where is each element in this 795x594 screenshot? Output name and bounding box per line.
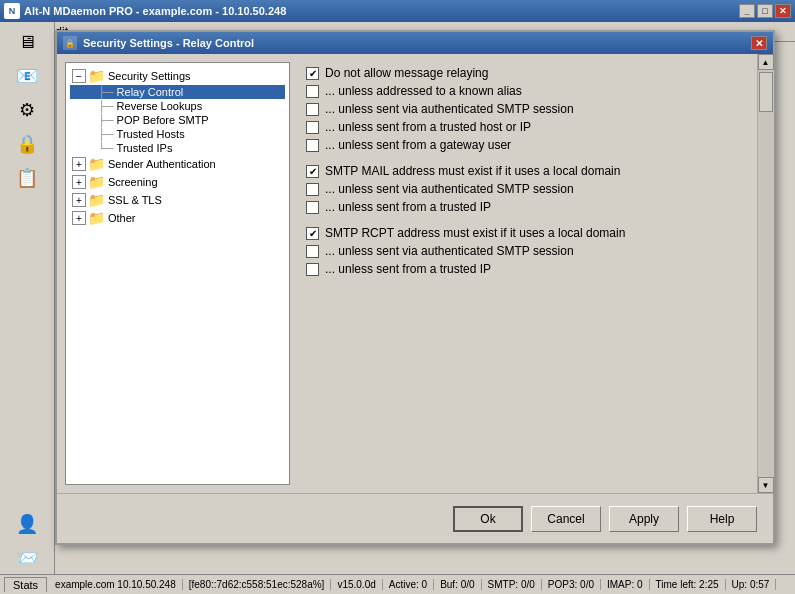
scroll-thumb[interactable] <box>759 72 773 112</box>
label-trusted-host-ip: ... unless sent from a trusted host or I… <box>325 120 531 134</box>
label-smtp-mail-local: SMTP MAIL address must exist if it uses … <box>325 164 620 178</box>
checkbox-gateway-user[interactable] <box>306 139 319 152</box>
tree-item-trusted-hosts[interactable]: ├─ Trusted Hosts <box>70 127 285 141</box>
dialog-close-button[interactable]: ✕ <box>751 36 767 50</box>
main-window: N Alt-N MDaemon PRO - example.com - 10.1… <box>0 0 795 594</box>
scroll-down-button[interactable]: ▼ <box>758 477 774 493</box>
help-button[interactable]: Help <box>687 506 757 532</box>
checkbox-group-3: ✔ SMTP RCPT address must exist if it use… <box>306 226 757 276</box>
tree-panel: − 📁 Security Settings ├─ Relay Control ├… <box>65 62 290 485</box>
status-pop3: POP3: 0/0 <box>542 579 601 590</box>
tree-label-sender-auth: Sender Authentication <box>108 158 216 170</box>
stats-tab[interactable]: Stats <box>4 577 47 592</box>
tree-item-pop-before-smtp[interactable]: ├─ POP Before SMTP <box>70 113 285 127</box>
checkbox-smtp-mail-local[interactable]: ✔ <box>306 165 319 178</box>
checkbox-smtp-rcpt-local[interactable]: ✔ <box>306 227 319 240</box>
status-bar: Stats example.com 10.10.50.248 [fe80::7d… <box>0 574 795 594</box>
status-active: Active: 0 <box>383 579 434 590</box>
checkbox-trusted-ip-3[interactable] <box>306 263 319 276</box>
app-icon: N <box>4 3 20 19</box>
checkbox-row-auth-smtp-3: ... unless sent via authenticated SMTP s… <box>306 244 757 258</box>
tree-label-trusted-hosts: Trusted Hosts <box>117 128 185 140</box>
status-smtp: SMTP: 0/0 <box>482 579 542 590</box>
checkbox-row-trusted-host-ip: ... unless sent from a trusted host or I… <box>306 120 757 134</box>
ssl-tls-expander[interactable]: + <box>72 193 86 207</box>
dialog-content: − 📁 Security Settings ├─ Relay Control ├… <box>57 54 773 493</box>
minimize-button[interactable]: _ <box>739 4 755 18</box>
scrollbar: ▲ ▼ <box>757 54 773 493</box>
tree-label-relay-control: Relay Control <box>117 86 184 98</box>
other-expander[interactable]: + <box>72 211 86 225</box>
checkbox-known-alias[interactable] <box>306 85 319 98</box>
close-button[interactable]: ✕ <box>775 4 791 18</box>
sidebar-icon-3[interactable]: ⚙ <box>11 94 43 126</box>
checkbox-auth-smtp-1[interactable] <box>306 103 319 116</box>
sidebar-icon-5[interactable]: 📋 <box>11 162 43 194</box>
label-auth-smtp-3: ... unless sent via authenticated SMTP s… <box>325 244 574 258</box>
sender-auth-expander[interactable]: + <box>72 157 86 171</box>
sidebar-icon-1[interactable]: 🖥 <box>11 26 43 58</box>
checkbox-trusted-ip-2[interactable] <box>306 201 319 214</box>
sidebar-icon-4[interactable]: 🔒 <box>11 128 43 160</box>
status-hash: [fe80::7d62:c558:51ec:528a%] <box>183 579 332 590</box>
tree-item-ssl-tls[interactable]: + 📁 SSL & TLS <box>70 191 285 209</box>
dialog-icon: 🔒 <box>63 36 77 50</box>
tree-root-item[interactable]: − 📁 Security Settings <box>70 67 285 85</box>
sidebar-icon-2[interactable]: 📧 <box>11 60 43 92</box>
apply-button[interactable]: Apply <box>609 506 679 532</box>
root-expander[interactable]: − <box>72 69 86 83</box>
tree-item-screening[interactable]: + 📁 Screening <box>70 173 285 191</box>
tree-label-pop-before-smtp: POP Before SMTP <box>117 114 209 126</box>
checkbox-group-1: ✔ Do not allow message relaying ... unle… <box>306 66 757 152</box>
tree-item-other[interactable]: + 📁 Other <box>70 209 285 227</box>
checkbox-row-auth-smtp-1: ... unless sent via authenticated SMTP s… <box>306 102 757 116</box>
checkbox-auth-smtp-3[interactable] <box>306 245 319 258</box>
status-imap: IMAP: 0 <box>601 579 650 590</box>
checkbox-row-no-relay: ✔ Do not allow message relaying <box>306 66 757 80</box>
label-auth-smtp-1: ... unless sent via authenticated SMTP s… <box>325 102 574 116</box>
dialog-buttons: Ok Cancel Apply Help <box>57 493 773 543</box>
label-trusted-ip-3: ... unless sent from a trusted IP <box>325 262 491 276</box>
label-gateway-user: ... unless sent from a gateway user <box>325 138 511 152</box>
checkbox-row-trusted-ip-3: ... unless sent from a trusted IP <box>306 262 757 276</box>
title-bar-buttons: _ □ ✕ <box>739 4 791 18</box>
maximize-button[interactable]: □ <box>757 4 773 18</box>
tree-label-trusted-ips: Trusted IPs <box>117 142 173 154</box>
cancel-button[interactable]: Cancel <box>531 506 601 532</box>
checkbox-row-known-alias: ... unless addressed to a known alias <box>306 84 757 98</box>
scroll-up-button[interactable]: ▲ <box>758 54 774 70</box>
tree-root-label: Security Settings <box>108 70 191 82</box>
right-panel: ✔ Do not allow message relaying ... unle… <box>298 62 765 485</box>
checkbox-auth-smtp-2[interactable] <box>306 183 319 196</box>
tree-label-ssl-tls: SSL & TLS <box>108 194 162 206</box>
status-timeleft: Time left: 2:25 <box>650 579 726 590</box>
status-buf: Buf: 0/0 <box>434 579 481 590</box>
tree-label-other: Other <box>108 212 136 224</box>
security-settings-dialog: 🔒 Security Settings - Relay Control ✕ − … <box>55 30 775 545</box>
tree-label-screening: Screening <box>108 176 158 188</box>
checkbox-row-smtp-mail-local: ✔ SMTP MAIL address must exist if it use… <box>306 164 757 178</box>
tree-item-sender-auth[interactable]: + 📁 Sender Authentication <box>70 155 285 173</box>
tree-item-trusted-ips[interactable]: └─ Trusted IPs <box>70 141 285 155</box>
checkbox-no-relay[interactable]: ✔ <box>306 67 319 80</box>
status-server: example.com 10.10.50.248 <box>49 579 183 590</box>
tree-item-relay-control[interactable]: ├─ Relay Control <box>70 85 285 99</box>
main-title: Alt-N MDaemon PRO - example.com - 10.10.… <box>24 5 739 17</box>
label-trusted-ip-2: ... unless sent from a trusted IP <box>325 200 491 214</box>
label-smtp-rcpt-local: SMTP RCPT address must exist if it uses … <box>325 226 625 240</box>
left-sidebar: 🖥 📧 ⚙ 🔒 📋 👤 📨 <box>0 22 55 574</box>
sidebar-icon-7[interactable]: 📨 <box>11 542 43 574</box>
ok-button[interactable]: Ok <box>453 506 523 532</box>
status-up: Up: 0:57 <box>726 579 777 590</box>
checkbox-group-2: ✔ SMTP MAIL address must exist if it use… <box>306 164 757 214</box>
tree-item-reverse-lookups[interactable]: ├─ Reverse Lookups <box>70 99 285 113</box>
checkbox-row-gateway-user: ... unless sent from a gateway user <box>306 138 757 152</box>
checkbox-row-smtp-rcpt-local: ✔ SMTP RCPT address must exist if it use… <box>306 226 757 240</box>
label-auth-smtp-2: ... unless sent via authenticated SMTP s… <box>325 182 574 196</box>
dialog-title: Security Settings - Relay Control <box>83 37 751 49</box>
checkbox-trusted-host-ip[interactable] <box>306 121 319 134</box>
sidebar-icon-6[interactable]: 👤 <box>11 508 43 540</box>
label-no-relay: Do not allow message relaying <box>325 66 488 80</box>
screening-expander[interactable]: + <box>72 175 86 189</box>
checkbox-row-trusted-ip-2: ... unless sent from a trusted IP <box>306 200 757 214</box>
